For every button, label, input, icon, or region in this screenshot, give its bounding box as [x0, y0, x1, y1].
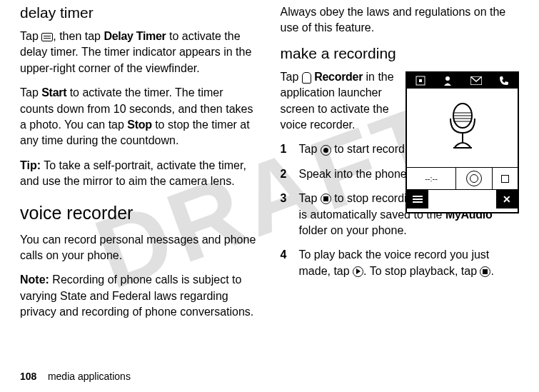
envelope-icon: [470, 76, 482, 85]
play-icon: [353, 266, 363, 277]
heading-voice-recorder: voice recorder: [20, 203, 259, 223]
recorder-illustration: --:-- ✕: [405, 71, 519, 213]
recorder-icon: [302, 72, 311, 84]
step-4: 4 To play back the voice record you just…: [281, 247, 520, 279]
person-icon: [443, 76, 453, 86]
right-column: Always obey the laws and regulations on …: [281, 4, 520, 328]
phone-icon: [499, 76, 509, 86]
illustration-bottombar: ✕: [407, 190, 518, 208]
illustration-time: --:--: [407, 168, 456, 189]
recorder-intro: Tap Recorder in the application launcher…: [281, 69, 398, 134]
target-icon: [415, 76, 425, 86]
page-number: 108: [20, 371, 36, 382]
delay-timer-tip: Tip: To take a self-portrait, activate t…: [20, 158, 259, 190]
heading-make-recording: make a recording: [281, 45, 520, 62]
illustration-mic: [407, 89, 518, 168]
laws-paragraph: Always obey the laws and regulations on …: [281, 4, 520, 36]
label-start: Start: [41, 86, 66, 99]
illustration-close-button: ✕: [496, 190, 518, 208]
label-stop: Stop: [127, 119, 151, 131]
illustration-topbar: [407, 73, 518, 89]
record-icon: [321, 145, 331, 156]
illustration-controls: --:--: [407, 168, 518, 190]
stop-icon: [321, 194, 331, 204]
heading-delay-timer: delay timer: [20, 4, 259, 21]
label-delay-timer: Delay Timer: [104, 30, 166, 42]
section-name: media applications: [48, 371, 131, 382]
svg-rect-1: [419, 79, 422, 82]
label-recorder: Recorder: [314, 71, 363, 83]
delay-timer-p1: Tap , then tap Delay Timer to activate t…: [20, 29, 259, 76]
illustration-menu-button: [407, 190, 428, 208]
illustration-stop-button: [493, 168, 518, 189]
delay-timer-p2: Tap Start to activate the timer. The tim…: [20, 85, 259, 149]
illustration-spacer: [428, 190, 496, 208]
voice-recorder-p1: You can record personal messages and pho…: [20, 232, 259, 264]
menu-icon: [41, 33, 53, 41]
illustration-record-button: [456, 168, 493, 189]
left-column: delay timer Tap , then tap Delay Timer t…: [20, 4, 259, 328]
page-footer: 108 media applications: [20, 371, 131, 382]
stop-icon-2: [480, 266, 490, 277]
svg-point-2: [445, 76, 450, 81]
voice-recorder-note: Note: Recording of phone calls is subjec…: [20, 272, 259, 320]
